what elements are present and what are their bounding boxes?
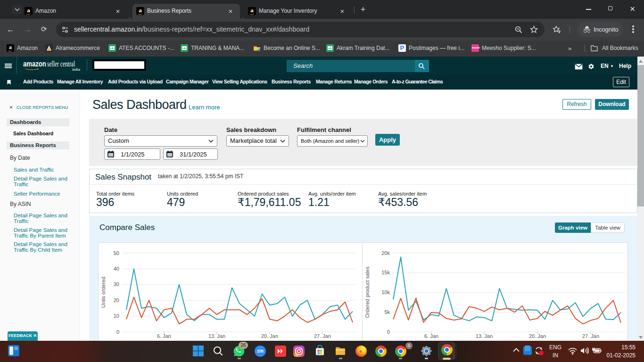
svg-text:10k: 10k — [381, 289, 390, 295]
svg-text:15k: 15k — [381, 270, 390, 275]
svg-text:30: 30 — [114, 281, 119, 287]
svg-text:50: 50 — [114, 250, 119, 256]
svg-text:20k: 20k — [381, 250, 390, 256]
svg-text:20. Jan: 20. Jan — [261, 333, 278, 339]
svg-text:5k: 5k — [384, 309, 390, 315]
svg-text:27. Jan: 27. Jan — [582, 333, 599, 339]
svg-text:13. Jan: 13. Jan — [208, 333, 225, 339]
svg-text:40: 40 — [114, 266, 119, 272]
svg-text:13. Jan: 13. Jan — [476, 333, 493, 339]
svg-text:0: 0 — [387, 329, 390, 335]
svg-text:6. Jan: 6. Jan — [424, 333, 438, 339]
svg-text:20. Jan: 20. Jan — [529, 333, 546, 339]
svg-text:20: 20 — [114, 297, 119, 303]
svg-text:Ordered product sales: Ordered product sales — [364, 266, 370, 318]
svg-text:6. Jan: 6. Jan — [157, 333, 171, 339]
svg-text:0: 0 — [116, 329, 119, 335]
svg-text:27. Jan: 27. Jan — [314, 333, 331, 339]
svg-text:Units ordered: Units ordered — [100, 277, 106, 308]
svg-text:10: 10 — [114, 313, 119, 319]
